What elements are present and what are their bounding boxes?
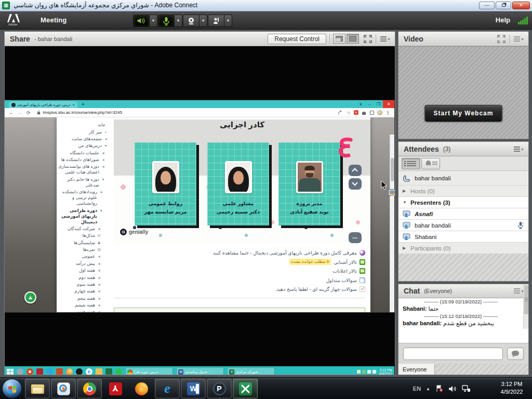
slide-more-button[interactable]: ••• <box>349 232 362 243</box>
extensions-puzzle-icon[interactable] <box>362 110 367 115</box>
powerpoint-icon[interactable] <box>56 368 63 375</box>
attendee-row-shabani[interactable]: Shabani <box>398 231 528 243</box>
microphone-button[interactable] <box>158 15 175 27</box>
sidebar-item-label[interactable]: هفته پنجم <box>77 296 95 301</box>
share-page-icon[interactable] <box>338 110 343 115</box>
attendee-card-view-button[interactable] <box>421 158 440 169</box>
browser-restore-button[interactable]: ❒ <box>374 102 383 107</box>
sidebar-item-label[interactable]: هفته سوم <box>77 282 95 287</box>
video-fullscreen-icon[interactable] <box>497 34 506 44</box>
task-button-excel[interactable]: X ..شورای مرکزی <box>227 367 275 375</box>
browser-minimize-button[interactable]: – <box>365 102 374 107</box>
status-options-caret[interactable]: ▼ <box>224 15 232 27</box>
sidebar-item[interactable]: ◂ عمومی <box>58 253 112 260</box>
taskbar-adobe-connect-button[interactable] <box>233 379 258 398</box>
close-button[interactable]: ✕ <box>512 2 530 9</box>
sidebar-item-label[interactable]: خانه <box>98 122 105 128</box>
sidebar-item-label[interactable]: هفته اول <box>79 268 95 273</box>
sidebar-item-label[interactable]: هفته چهارم <box>75 288 95 294</box>
task-button-word[interactable]: W ..جدول زمانبندی <box>176 367 224 375</box>
sidebar-item-label[interactable]: جلسات دانشگاه <box>70 150 99 156</box>
sidebar-item-label[interactable]: عمومی <box>82 254 95 259</box>
sidebar-item-label[interactable]: هفته دوم <box>79 275 95 281</box>
sidebar-item-label[interactable]: دوره طراحی بازیهای آموزشی دیجیتال <box>58 208 97 225</box>
back-to-top-button[interactable]: ▲ <box>24 291 36 303</box>
snip-tool-icon[interactable] <box>17 368 23 375</box>
page-scrollbar[interactable] <box>390 135 394 312</box>
sidebar-item[interactable]: ◂ پیش درآمد <box>58 260 112 267</box>
browser-tab[interactable]: درس: دوره طراحی بازیهای آموزشی × <box>9 101 77 108</box>
sidebar-item[interactable]: ◂ هفته چهارم <box>58 288 112 295</box>
chat-pod-menu-icon[interactable]: ▼ <box>513 286 524 296</box>
activity-label[interactable]: معرفی کامل دوره طراحی بازیهای آموزشی دیج… <box>213 250 357 256</box>
activity-label[interactable]: سوالات متداول <box>326 277 357 283</box>
sidebar-item[interactable]: ◂ هفته هفتم <box>58 309 112 312</box>
sidebar-item[interactable]: ◂ هفته اول <box>58 267 112 274</box>
speaker-options-caret[interactable]: ▼ <box>150 15 157 27</box>
minimize-button[interactable]: — <box>479 2 495 9</box>
sidebar-item[interactable]: ♟ شایستگی‌ها <box>58 240 112 246</box>
whatsapp-icon[interactable] <box>115 368 122 375</box>
sidebar-item-label[interactable]: هفته ششم <box>75 302 95 308</box>
reload-icon[interactable]: ⟳ <box>26 110 31 115</box>
taskbar-ie-button[interactable]: e <box>155 379 180 398</box>
sidebar-item[interactable]: ◂ هفته پنجم <box>58 295 112 302</box>
sidebar-item-label[interactable]: میز کار <box>89 129 102 135</box>
tray-expand-icon[interactable]: ▲ <box>426 387 430 391</box>
forward-icon[interactable]: → <box>18 110 22 115</box>
tab-close-icon[interactable]: × <box>72 102 75 107</box>
taskbar-firefox-button[interactable] <box>129 379 154 398</box>
sidebar-item[interactable]: ▾ درس‌های من <box>58 142 112 149</box>
sidebar-item-label[interactable]: صفحه‌های سایت <box>72 136 102 142</box>
sidebar-item[interactable]: ▪ میز کار <box>58 128 112 135</box>
phone-attendee-row[interactable]: bahar bandali <box>398 171 528 185</box>
recorder-icon[interactable] <box>26 368 33 375</box>
participants-section-header[interactable]: ▶Participants (0) <box>398 243 528 254</box>
sidebar-item[interactable]: ◂ رویدادهای دانشکده علوم تربیتی و روانشن… <box>58 189 112 207</box>
share-pod-menu-icon[interactable]: ▼ <box>379 34 391 44</box>
video-pod-menu-icon[interactable]: ▼ <box>513 34 524 44</box>
sidebar-item-label[interactable]: شوراهای دانشکده ها <box>61 157 99 163</box>
volume-icon[interactable] <box>448 385 457 392</box>
back-icon[interactable]: ← <box>9 110 14 115</box>
presenters-section-header[interactable]: ▼Presenters (3) <box>398 197 528 208</box>
sidebar-item[interactable]: Ψ مدال‌ها <box>58 232 112 239</box>
chat-input[interactable] <box>403 348 503 360</box>
taskbar-explorer-button[interactable] <box>25 379 50 398</box>
chat-tab-everyone[interactable]: Everyone <box>398 364 435 375</box>
browser-close-button[interactable]: ✕ <box>383 100 394 108</box>
activity-label[interactable]: سوالات چهار گزینه ای - لطفا پاسخ دهید. <box>275 286 357 292</box>
connection-signal-icon[interactable] <box>518 17 528 24</box>
language-indicator[interactable]: EN <box>413 385 421 392</box>
taskbar-word-button[interactable]: W <box>181 379 206 398</box>
browser-menu-icon[interactable]: ⋮ <box>385 110 390 115</box>
start-webcam-button[interactable]: Start My Webcam <box>425 105 502 122</box>
task-button-chrome[interactable]: ...درس: دوره طرا <box>125 367 173 375</box>
activity-label[interactable]: تالار اعلانات <box>332 268 357 274</box>
course-activity-row[interactable]: معرفی کامل دوره طراحی بازیهای آموزشی دیج… <box>114 248 365 258</box>
restore-button[interactable] <box>496 2 511 9</box>
shared-system-tray[interactable]: 3:12 PM 4/9/2022 <box>357 368 392 375</box>
network-icon[interactable] <box>462 385 471 392</box>
sidebar-item[interactable]: ◂ صفحه‌های سایت <box>58 136 112 142</box>
sidebar-item[interactable]: ⊞ نمره‌ها <box>58 246 112 253</box>
sidebar-item[interactable]: ◂ جلسات دانشگاه <box>58 150 112 156</box>
webcam-button[interactable] <box>183 15 200 27</box>
speaker-button[interactable] <box>133 15 150 27</box>
side-panel-icon[interactable] <box>370 111 374 115</box>
sidebar-item-label[interactable]: درس‌های من <box>78 143 102 149</box>
profile-avatar[interactable] <box>377 110 382 115</box>
sidebar-item[interactable]: ◂ دوره های توانمندسازی اعضای هیات علمی <box>58 163 112 176</box>
microphone-options-caret[interactable]: ▼ <box>175 15 182 27</box>
sidebar-item-label[interactable]: شایستگی‌ها <box>74 240 95 246</box>
slide-next-button[interactable] <box>349 178 362 190</box>
taskbar-clock[interactable]: 3:12 PM 4/9/2022 <box>496 380 528 396</box>
sidebar-item-label[interactable]: دوره های توانمندسازی اعضای هیات علمی <box>58 164 99 175</box>
course-activity-row[interactable]: سوالات چهار گزینه ای - لطفا پاسخ دهید. <box>114 285 365 294</box>
course-activity-row[interactable]: تالار آشنایی 9 مطلب خوانده نشده <box>114 258 365 267</box>
ie-icon[interactable]: e <box>86 368 92 375</box>
taskbar-media-player-button[interactable] <box>51 379 76 398</box>
request-control-button[interactable]: Request Control <box>268 34 326 44</box>
explorer-icon[interactable] <box>96 368 102 375</box>
start-button[interactable] <box>2 379 22 398</box>
